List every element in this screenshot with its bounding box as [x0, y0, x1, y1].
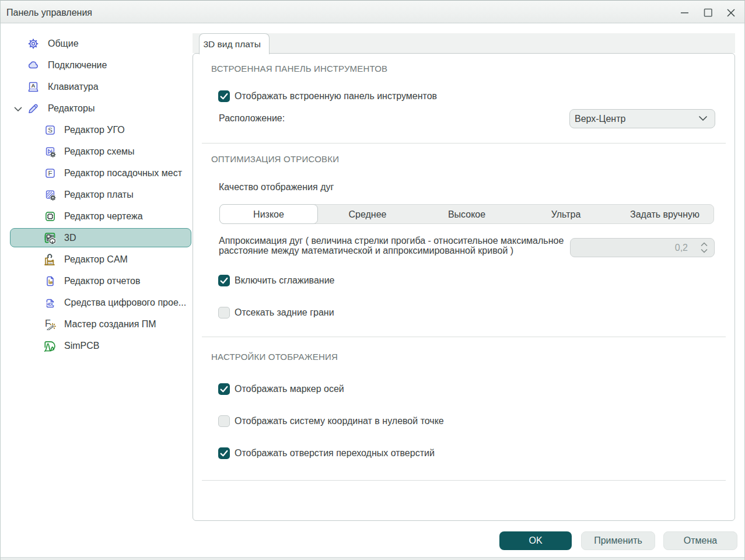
svg-text:F: F	[48, 170, 52, 177]
svg-text:F: F	[45, 318, 51, 328]
svg-text:A: A	[32, 82, 36, 89]
svg-text:S: S	[48, 127, 53, 134]
svg-text:HDL: HDL	[46, 302, 54, 306]
